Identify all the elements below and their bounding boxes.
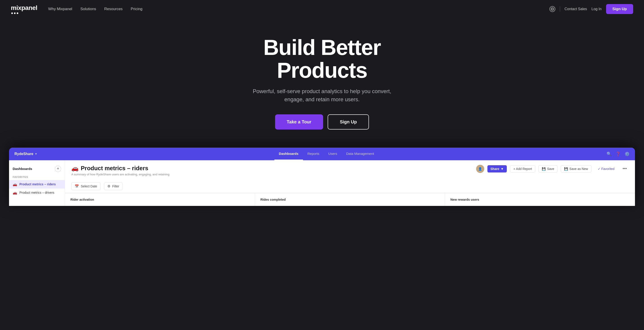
main-dashboard: 🚗 Product metrics – riders A summary of … [65,160,635,206]
app-nav-data-management[interactable]: Data Management [342,147,378,160]
dashboard-actions: 👤 Share ▼ + Add Report 💾 Save 💾 Save [476,165,629,173]
app-brand[interactable]: RydeShare ▼ [14,152,37,156]
app-content: Dashboards + Favorites 🚗 Product metrics… [9,160,635,206]
logo-text: mixpanel [11,4,37,12]
metric-label-0: Rider activation [70,198,249,201]
dashboard-top-row: 🚗 Product metrics – riders A summary of … [71,165,629,180]
metric-label-1: Rides completed [260,198,439,201]
share-dropdown-icon: ▼ [500,167,504,171]
save-as-new-button[interactable]: 💾 Save as New [561,165,591,173]
dashboard-header: 🚗 Product metrics – riders A summary of … [65,160,635,193]
sidebar-title: Dashboards [13,167,32,171]
app-nav-icons: 🔍 ❓ ⚙️ [606,151,630,156]
save-as-new-label: Save as New [569,167,588,171]
sidebar-section-favorites: Favorites [9,175,65,180]
share-button[interactable]: Share ▼ [488,165,507,173]
save-icon: 💾 [542,167,546,171]
nav-right: Contact Sales Log In Sign Up [550,4,633,14]
nav-link-solutions[interactable]: Solutions [80,7,96,11]
riders-icon: 🚗 [13,182,17,187]
app-preview: RydeShare ▼ Dashboards Reports Users Dat… [9,147,635,206]
filter-icon: ⚙ [108,184,110,188]
nav-links: Why Mixpanel Solutions Resources Pricing [48,7,549,11]
hero-title: Build Better Products [220,36,424,82]
save-button[interactable]: 💾 Save [538,165,558,173]
app-navbar: RydeShare ▼ Dashboards Reports Users Dat… [9,147,635,160]
navbar: mixpanel Why Mixpanel Solutions Resource… [0,0,644,18]
metrics-grid: Rider activation Rides completed New rew… [65,193,635,206]
more-options-button[interactable]: ••• [621,166,629,172]
nav-link-pricing[interactable]: Pricing [131,7,142,11]
hero-section: Build Better Products Powerful, self-ser… [0,18,644,143]
take-a-tour-button[interactable]: Take a Tour [275,114,323,129]
logo-dot-3 [17,13,18,14]
app-nav-links: Dashboards Reports Users Data Management [46,147,606,160]
add-report-button[interactable]: + Add Report [510,165,535,173]
logo-dots [11,13,37,14]
dashboard-title-text: Product metrics – riders [81,165,148,172]
app-nav-users[interactable]: Users [324,147,342,160]
sidebar-header: Dashboards + [9,164,65,175]
metric-card-0: Rider activation [65,193,255,206]
app-brand-name: RydeShare [14,152,34,156]
nav-link-resources[interactable]: Resources [104,7,122,11]
drivers-icon: 🚗 [13,191,17,195]
share-button-label: Share [490,167,499,171]
dashboard-title-area: 🚗 Product metrics – riders A summary of … [71,165,170,176]
logo: mixpanel [11,4,37,14]
sidebar: Dashboards + Favorites 🚗 Product metrics… [9,160,65,206]
help-icon[interactable]: ❓ [616,151,620,156]
app-nav-dashboards[interactable]: Dashboards [274,147,303,160]
dashboard-title: 🚗 Product metrics – riders [71,165,170,172]
sidebar-item-riders[interactable]: 🚗 Product metrics – riders [9,180,65,189]
settings-icon[interactable]: ⚙️ [624,151,630,156]
signup-hero-button[interactable]: Sign Up [328,114,369,129]
dashboard-toolbar: 📅 Select Date ⚙ Filter [71,180,629,193]
signup-nav-button[interactable]: Sign Up [606,4,633,14]
filter-button[interactable]: ⚙ Filter [104,183,122,190]
save-as-new-icon: 💾 [564,167,568,171]
sidebar-add-button[interactable]: + [55,166,61,172]
contact-sales-link[interactable]: Contact Sales [564,7,587,11]
globe-icon[interactable] [550,6,555,12]
logo-dot-1 [11,13,13,14]
metric-card-1: Rides completed [255,193,445,206]
app-nav-reports[interactable]: Reports [303,147,324,160]
select-date-button[interactable]: 📅 Select Date [71,183,100,190]
nav-divider [560,6,560,12]
search-icon[interactable]: 🔍 [606,151,612,156]
hero-subtitle: Powerful, self-serve product analytics t… [252,87,392,103]
hero-buttons: Take a Tour Sign Up [275,114,369,129]
dashboard-icon: 🚗 [71,165,78,172]
metric-card-2: New rewards users [445,193,635,206]
favorited-button[interactable]: ✓ Favorited [594,166,618,172]
avatar: 👤 [476,165,484,173]
filter-label: Filter [112,185,119,188]
sidebar-item-drivers-label: Product metrics – drivers [20,191,54,194]
app-brand-arrow-icon: ▼ [35,152,38,155]
logo-dot-2 [14,13,16,14]
select-date-label: Select Date [81,185,97,188]
sidebar-item-drivers[interactable]: 🚗 Product metrics – drivers [9,189,65,197]
log-in-link[interactable]: Log In [592,7,601,11]
metric-label-2: New rewards users [450,198,630,201]
nav-link-why[interactable]: Why Mixpanel [48,7,72,11]
save-button-label: Save [547,167,554,171]
dashboard-subtitle: A summary of how RydeShare users are act… [71,173,170,176]
calendar-icon: 📅 [75,184,79,188]
sidebar-item-riders-label: Product metrics – riders [20,183,56,186]
